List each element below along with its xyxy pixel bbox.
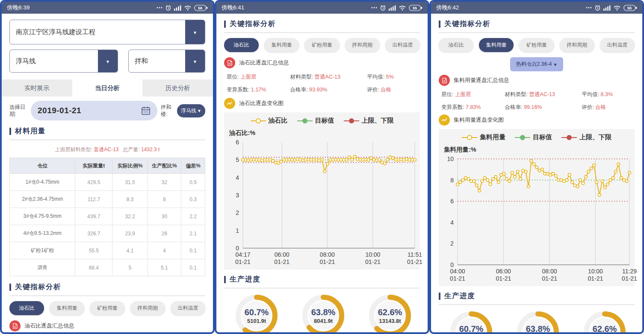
table-header: 偏差%	[181, 158, 205, 174]
phone-screen-3: 傍晚6:42 55 关键指标分析 油石比集料用量矿粉用量拌和周期出料温度 热料仓…	[429, 0, 644, 334]
status-time: 傍晚6:41	[222, 4, 244, 12]
progress-donut: 60.7%5101.9t	[447, 308, 495, 334]
kpi-pill-集料用量[interactable]: 集料用量	[50, 301, 84, 315]
kpi-pill-出料温度[interactable]: 出料温度	[600, 38, 635, 52]
mixer-label: 拌和楼:	[161, 104, 174, 118]
summary-title: 油石比逐盘汇总信息	[24, 322, 74, 330]
kpi-pill-出料温度[interactable]: 出料温度	[385, 38, 420, 52]
svg-text:06:00: 06:00	[496, 268, 511, 275]
progress-donuts: 60.7%5101.9t63.8%8041.9t62.6%13143.8t	[224, 288, 420, 334]
svg-text:6: 6	[450, 198, 454, 205]
tab-当日分析[interactable]: 当日分析	[72, 79, 143, 97]
info-item: 层位: 上面层	[227, 73, 290, 81]
signal-icon	[389, 5, 396, 11]
progress-percent: 62.6%	[593, 324, 617, 334]
chart-ylabel: 油石比:%	[229, 129, 419, 137]
kpi-pill-集料用量[interactable]: 集料用量	[264, 38, 299, 52]
kpi-pills: 油石比集料用量矿粉用量拌和周期出料温度	[224, 38, 420, 52]
svg-text:08:00: 08:00	[320, 251, 335, 258]
table-row: 2#仓2.36-4.75mm112.78.380.3	[10, 191, 205, 208]
alarm-icon	[380, 5, 386, 11]
svg-text:3: 3	[236, 192, 239, 199]
line-chart: 024681004:0001-2106:0001-2108:0001-2110:…	[440, 154, 641, 285]
kpi-pill-拌和周期[interactable]: 拌和周期	[130, 301, 165, 315]
progress-section-title: 生产进度	[444, 291, 475, 301]
date-picker[interactable]: 2019-01-21	[31, 101, 157, 120]
svg-text:4: 4	[236, 174, 239, 181]
kpi-section-title: 关键指标分析	[230, 19, 276, 29]
table-header: 生产配比%	[148, 158, 181, 174]
project-select[interactable]: 南京江宁区淳马线建设工程	[9, 20, 205, 44]
mix-dropdown-button[interactable]	[185, 50, 205, 72]
table-row: 4#仓9.5-13.2mm326.723.9262.1	[10, 225, 205, 242]
legend-item: 目标值	[297, 117, 334, 125]
trend-chart-panel: 油石比目标值上限、下限油石比:%012345604:1701-2106:0001…	[224, 112, 420, 270]
summary-info: 层位: 上面层材料类型: 普通AC-13平均值: 5%变异系数: 1.17%合格…	[227, 73, 420, 94]
svg-text:0: 0	[236, 245, 239, 252]
more-dots-icon	[586, 5, 592, 11]
mixer-select-button[interactable]: 淳马线	[177, 104, 205, 117]
kpi-pill-拌和周期[interactable]: 拌和周期	[560, 38, 594, 52]
summary-info: 层位: 上面层材料类型: 普通AC-13平均值: 8.3%变异系数: 7.83%…	[441, 91, 635, 111]
kpi-section-title: 关键指标分析	[444, 19, 490, 29]
calendar-icon[interactable]	[141, 106, 151, 115]
tab-历史分析[interactable]: 历史分析	[142, 79, 213, 97]
date-label: 选择日期:	[9, 104, 27, 118]
table-header: 仓位	[10, 158, 75, 174]
line-select-value: 淳马线	[10, 50, 98, 72]
info-item: 评价: 合格	[582, 104, 635, 111]
battery-icon: 55	[623, 5, 637, 11]
date-value: 2019-01-21	[38, 106, 81, 115]
line-chart: 012345604:1701-2106:0001-2108:0001-2110:…	[225, 137, 426, 269]
line-dropdown-button[interactable]	[98, 50, 118, 72]
kpi-pill-出料温度[interactable]: 出料温度	[171, 301, 205, 315]
svg-text:01-21: 01-21	[542, 275, 557, 282]
status-time: 傍晚6:42	[436, 4, 459, 12]
legend-item: 集料用量	[462, 133, 505, 141]
svg-text:0: 0	[450, 261, 454, 268]
svg-text:5: 5	[236, 156, 239, 163]
kpi-pill-油石比[interactable]: 油石比	[439, 38, 473, 52]
svg-text:01-21: 01-21	[588, 275, 603, 282]
kpi-pill-集料用量[interactable]: 集料用量	[479, 38, 514, 52]
kpi-pill-矿粉用量[interactable]: 矿粉用量	[90, 301, 124, 315]
info-item: 变异系数: 7.83%	[441, 104, 505, 111]
kpi-pill-矿粉用量[interactable]: 矿粉用量	[519, 38, 554, 52]
material-table: 仓位实际重量t实际比例%生产配比%偏差%1#仓0-4.75mm429.531.5…	[9, 158, 205, 276]
progress-donut: 60.7%5101.9t	[233, 292, 281, 334]
svg-text:04:17: 04:17	[235, 251, 250, 258]
svg-text:6: 6	[236, 139, 239, 146]
kpi-pills: 油石比集料用量矿粉用量拌和周期出料温度	[9, 301, 205, 315]
svg-text:4: 4	[450, 219, 454, 226]
hot-bin-select-button[interactable]: 热料仓2(2.36-4	[510, 57, 564, 71]
info-item: 平均值: 8.3%	[582, 91, 635, 98]
section-bar	[9, 128, 11, 135]
kpi-pill-拌和周期[interactable]: 拌和周期	[345, 38, 380, 52]
legend-item: 油石比	[251, 117, 288, 125]
alarm-icon	[165, 5, 171, 11]
project-dropdown-button[interactable]	[185, 20, 205, 44]
alarm-icon	[594, 5, 601, 11]
summary-title: 油石比逐盘汇总信息	[239, 59, 289, 67]
kpi-pill-矿粉用量[interactable]: 矿粉用量	[304, 38, 339, 52]
kpi-pills: 油石比集料用量矿粉用量拌和周期出料温度	[439, 38, 635, 52]
status-icons: 55	[371, 5, 422, 11]
kpi-pill-油石比[interactable]: 油石比	[224, 38, 259, 52]
svg-text:2: 2	[236, 209, 239, 216]
line-select[interactable]: 淳马线	[9, 50, 118, 73]
kpi-pill-油石比[interactable]: 油石比	[9, 301, 44, 315]
mix-select[interactable]: 拌和	[128, 50, 205, 73]
wifi-icon	[399, 5, 406, 11]
tab-实时展示[interactable]: 实时展示	[2, 79, 72, 97]
info-item: 评价: 合格	[367, 86, 420, 94]
legend-item: 上限、下限	[344, 117, 394, 125]
signal-icon	[174, 5, 181, 11]
progress-percent: 63.8%	[311, 308, 336, 317]
chevron-down-icon	[197, 108, 201, 114]
divider	[439, 32, 635, 33]
chevron-down-icon	[193, 28, 197, 36]
divider	[9, 296, 205, 296]
chart-title: 集料用量逐盘变化图	[454, 116, 504, 124]
progress-donut: 63.8%8041.9t	[514, 308, 562, 334]
battery-icon: 55	[409, 5, 422, 11]
